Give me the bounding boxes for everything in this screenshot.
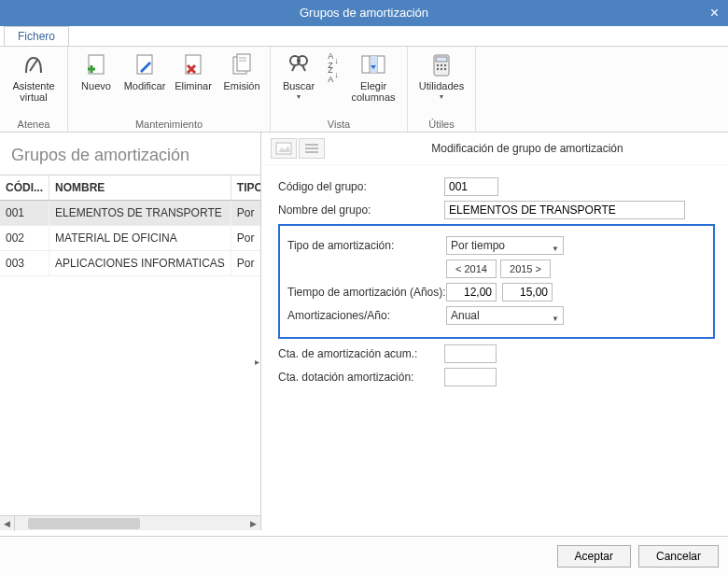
search-icon bbox=[284, 50, 314, 80]
ribbon-group-maint: Nuevo Modificar Eliminar Emisión bbox=[68, 47, 271, 132]
sort-desc-button[interactable]: ZA↓ bbox=[325, 68, 342, 81]
scroll-left-icon[interactable]: ◀ bbox=[0, 516, 15, 531]
panel-header: Modificación de grupo de amortización bbox=[261, 133, 728, 165]
emit-button[interactable]: Emisión bbox=[219, 49, 264, 93]
columns-label: Elegir columnas bbox=[351, 80, 395, 103]
label-type: Tipo de amortización: bbox=[287, 239, 446, 252]
group-label-view: Vista bbox=[328, 119, 350, 132]
cta-dot-input[interactable] bbox=[444, 368, 497, 386]
type-select[interactable]: Por tiempo bbox=[446, 236, 564, 255]
emit-icon bbox=[227, 50, 257, 80]
scroll-thumb[interactable] bbox=[28, 518, 140, 529]
delete-label: Eliminar bbox=[175, 80, 212, 91]
col-type[interactable]: TIPO bbox=[231, 175, 260, 201]
horizontal-scrollbar[interactable]: ◀ ▶ bbox=[0, 515, 260, 530]
sort-buttons: AZ↓ ZA↓ bbox=[325, 54, 342, 81]
list-view-icon[interactable] bbox=[299, 138, 325, 159]
label-cta-dot: Cta. dotación amortización: bbox=[278, 371, 444, 384]
table-row[interactable]: 001 ELEMENTOS DE TRANSPORTE Por bbox=[0, 201, 260, 226]
assistant-button[interactable]: Asistente virtual bbox=[6, 49, 62, 105]
svg-rect-15 bbox=[371, 56, 377, 73]
panel-title: Modificación de grupo de amortización bbox=[336, 142, 719, 155]
label-code: Código del grupo: bbox=[278, 180, 444, 193]
name-input[interactable] bbox=[444, 201, 685, 219]
page-title: Grupos de amortización bbox=[0, 133, 260, 175]
svg-line-0 bbox=[30, 60, 37, 71]
new-button[interactable]: Nuevo bbox=[74, 49, 119, 93]
calculator-icon bbox=[427, 50, 456, 80]
table-row[interactable]: 003 APLICACIONES INFORMATICAS Por bbox=[0, 251, 260, 276]
svg-point-21 bbox=[437, 68, 439, 70]
search-label: Buscar bbox=[283, 80, 315, 91]
svg-point-20 bbox=[444, 64, 446, 66]
col-name[interactable]: NOMBRE bbox=[49, 175, 231, 201]
content: Grupos de amortización CÓDI... NOMBRE TI… bbox=[0, 133, 728, 530]
svg-line-11 bbox=[302, 65, 305, 71]
ribbon: Asistente virtual Atenea Nuevo Modificar bbox=[0, 47, 728, 133]
image-view-icon[interactable] bbox=[271, 138, 297, 159]
footer: Aceptar Cancelar bbox=[0, 536, 728, 575]
assistant-icon bbox=[19, 50, 49, 80]
modify-label: Modificar bbox=[124, 80, 166, 91]
year-prev-button[interactable]: < 2014 bbox=[446, 259, 497, 278]
utilities-button[interactable]: Utilidades ▾ bbox=[413, 49, 469, 105]
group-label-maint: Mantenimiento bbox=[135, 119, 203, 132]
tab-strip: Fichero bbox=[0, 26, 728, 47]
columns-button[interactable]: Elegir columnas bbox=[345, 49, 401, 105]
cancel-button[interactable]: Cancelar bbox=[638, 545, 719, 568]
window-title: Grupos de amortización bbox=[300, 6, 428, 20]
label-years: Tiempo de amortización (Años): bbox=[287, 286, 446, 299]
code-input[interactable] bbox=[444, 177, 498, 196]
svg-point-18 bbox=[437, 64, 439, 66]
delete-icon bbox=[178, 50, 208, 80]
year-next-button[interactable]: 2015 > bbox=[500, 259, 551, 278]
modify-button[interactable]: Modificar bbox=[122, 49, 167, 93]
col-code[interactable]: CÓDI... bbox=[0, 175, 49, 201]
left-pane: Grupos de amortización CÓDI... NOMBRE TI… bbox=[0, 133, 261, 530]
cta-acum-input[interactable] bbox=[444, 344, 497, 363]
ribbon-group-view: Buscar ▾ AZ↓ ZA↓ Elegir columnas Vista bbox=[271, 47, 408, 132]
cell-code: 003 bbox=[0, 251, 49, 276]
assistant-label: Asistente virtual bbox=[12, 80, 54, 103]
new-label: Nuevo bbox=[81, 80, 111, 91]
svg-rect-17 bbox=[436, 57, 447, 62]
close-icon[interactable]: × bbox=[710, 0, 719, 26]
years-b-input[interactable] bbox=[502, 283, 553, 302]
form: ▸ Código del grupo: Nombre del grupo: Ti… bbox=[261, 165, 728, 399]
data-grid[interactable]: CÓDI... NOMBRE TIPO 001 ELEMENTOS DE TRA… bbox=[0, 175, 260, 515]
label-name: Nombre del grupo: bbox=[278, 203, 444, 217]
columns-icon bbox=[358, 50, 388, 80]
chevron-down-icon: ▾ bbox=[297, 91, 301, 103]
group-label-atenea: Atenea bbox=[18, 119, 50, 132]
detail-pane: Modificación de grupo de amortización ▸ … bbox=[261, 133, 728, 530]
modify-icon bbox=[130, 50, 160, 80]
cell-code: 001 bbox=[0, 201, 49, 226]
years-a-input[interactable] bbox=[446, 283, 497, 302]
svg-line-10 bbox=[292, 65, 295, 71]
label-peryear: Amortizaciones/Año: bbox=[287, 309, 446, 322]
ribbon-group-atenea: Asistente virtual Atenea bbox=[0, 47, 68, 132]
chevron-down-icon: ▾ bbox=[440, 91, 443, 103]
svg-point-19 bbox=[441, 64, 442, 66]
accept-button[interactable]: Aceptar bbox=[557, 545, 631, 568]
cell-code: 002 bbox=[0, 226, 49, 251]
group-label-utils: Útiles bbox=[428, 119, 455, 132]
delete-button[interactable]: Eliminar bbox=[171, 49, 216, 93]
ribbon-group-utils: Utilidades ▾ Útiles bbox=[408, 47, 476, 132]
cell-name: ELEMENTOS DE TRANSPORTE bbox=[49, 201, 231, 226]
table-row[interactable]: 002 MATERIAL DE OFICINA Por bbox=[0, 226, 260, 251]
tab-file[interactable]: Fichero bbox=[4, 26, 69, 46]
cell-name: MATERIAL DE OFICINA bbox=[49, 226, 231, 251]
emit-label: Emisión bbox=[223, 80, 259, 91]
amortization-section: Tipo de amortización: Por tiempo < 2014 … bbox=[278, 224, 715, 339]
utilities-label: Utilidades bbox=[419, 80, 464, 91]
search-button[interactable]: Buscar ▾ bbox=[276, 49, 321, 105]
cell-type: Por bbox=[231, 226, 260, 251]
expand-handle[interactable]: ▸ bbox=[253, 352, 261, 371]
scroll-right-icon[interactable]: ▶ bbox=[245, 516, 260, 531]
cell-type: Por bbox=[231, 251, 260, 276]
cell-name: APLICACIONES INFORMATICAS bbox=[49, 251, 231, 276]
title-bar: Grupos de amortización × bbox=[0, 0, 728, 26]
cell-type: Por bbox=[231, 201, 260, 226]
peryear-select[interactable]: Anual bbox=[446, 306, 564, 325]
